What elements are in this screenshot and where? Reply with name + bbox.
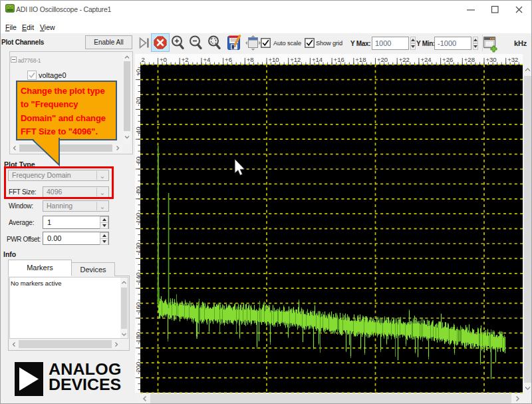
svg-text:+0: +0 [160,56,167,63]
svg-text:-200: -200 [135,362,142,375]
svg-text:+26: +26 [442,56,453,63]
svg-text:+16: +16 [334,56,344,63]
svg-text:-60: -60 [135,156,142,166]
svg-text:+0: +0 [135,69,142,77]
svg-text:-100: -100 [135,213,142,226]
svg-text:+20: +20 [377,56,388,63]
svg-text:+8: +8 [247,56,254,63]
svg-text:-80: -80 [135,186,142,196]
svg-text:+24: +24 [420,56,431,63]
svg-text:-20: -20 [135,97,142,106]
svg-text:-160: -160 [135,302,142,315]
svg-text:+28: +28 [464,56,475,63]
svg-text:+12: +12 [290,56,301,63]
svg-text:+22: +22 [399,56,410,63]
svg-text:+18: +18 [355,56,366,63]
svg-text:-120: -120 [135,242,142,255]
svg-text:+4: +4 [203,56,210,63]
svg-text:-40: -40 [135,126,142,136]
svg-text:+10: +10 [269,56,279,63]
svg-text:+14: +14 [312,56,323,63]
svg-text:-140: -140 [135,272,142,285]
svg-text:+32: +32 [507,56,518,63]
svg-text:-180: -180 [135,332,142,345]
svg-text:2: 2 [142,56,145,63]
svg-text:+2: +2 [182,56,189,63]
svg-text:+30: +30 [486,56,497,63]
svg-text:+6: +6 [225,56,232,63]
